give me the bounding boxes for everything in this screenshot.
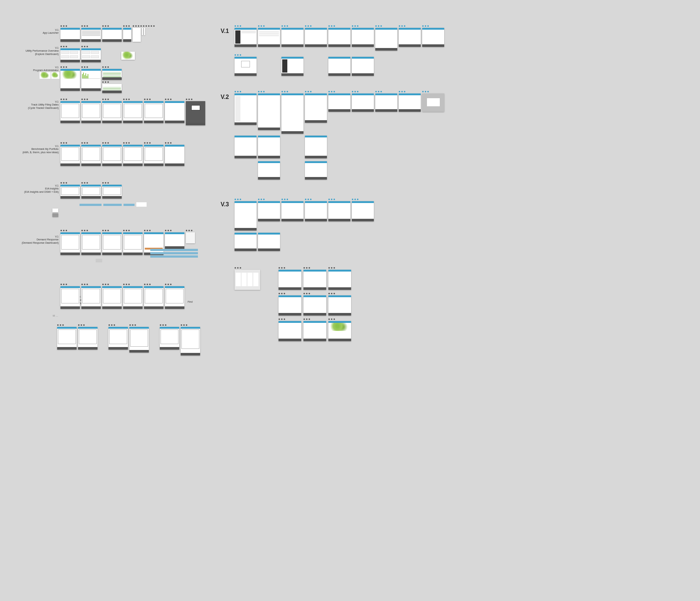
thumb-upo-2[interactable] xyxy=(81,48,101,62)
thumb-eia-small-2[interactable] xyxy=(52,213,58,217)
thumb-r1-9[interactable] xyxy=(422,28,444,47)
thumb-r3b-2[interactable] xyxy=(258,233,280,251)
thumb-doc-4[interactable] xyxy=(123,286,143,309)
thumb-rg-3[interactable] xyxy=(328,270,351,290)
thumb-r1-7[interactable] xyxy=(375,28,397,51)
thumb-b-2[interactable] xyxy=(78,327,97,350)
thumb-app-launcher-3[interactable] xyxy=(102,28,122,42)
thumb-doc-5[interactable] xyxy=(144,286,163,309)
thumb-dr-6[interactable] xyxy=(165,232,184,249)
thumb-dr-5[interactable] xyxy=(144,232,163,255)
thumb-rg-4[interactable] xyxy=(279,295,301,316)
thumb-b-5[interactable] xyxy=(160,327,179,350)
thumb-b-4[interactable] xyxy=(129,327,149,353)
thumb-ct-7[interactable] xyxy=(186,101,205,125)
thumb-pa-map-b[interactable] xyxy=(51,72,59,79)
thumb-r2-1[interactable] xyxy=(235,93,257,125)
thumb-r2b-2[interactable] xyxy=(258,136,280,158)
thumb-r2-5[interactable] xyxy=(328,93,350,112)
thumb-r1b-1[interactable] xyxy=(235,57,257,76)
thumb-bm-4[interactable] xyxy=(123,145,143,166)
thumb-ct-1[interactable] xyxy=(60,101,80,123)
thumb-eia-frag-1[interactable] xyxy=(66,203,78,207)
thumb-r3-1[interactable] xyxy=(235,201,257,231)
thumb-dr-4[interactable] xyxy=(123,232,143,255)
thumb-r1b-4[interactable] xyxy=(352,57,374,76)
thumb-r1-6[interactable] xyxy=(352,28,374,47)
thumb-app-launcher-4[interactable] xyxy=(123,28,131,42)
thumb-r1-2[interactable] xyxy=(258,28,280,47)
thumb-b-1[interactable] xyxy=(57,327,77,350)
thumb-app-launcher-5[interactable] xyxy=(133,28,141,42)
thumb-pa-map-a[interactable] xyxy=(40,72,51,79)
thumb-pa-3[interactable] xyxy=(102,69,122,80)
thumb-rg-1[interactable] xyxy=(279,270,301,290)
thumb-r3-6[interactable] xyxy=(352,201,374,221)
thumb-r3-3[interactable] xyxy=(281,201,303,221)
thumb-b-3[interactable] xyxy=(108,327,128,350)
thumb-bm-2[interactable] xyxy=(81,145,101,166)
thumb-eia-1[interactable] xyxy=(60,185,80,199)
thumb-app-launcher-1[interactable] xyxy=(60,28,80,42)
thumb-r2-9[interactable] xyxy=(422,93,444,112)
thumb-r1-3[interactable] xyxy=(281,28,303,47)
thumb-doc-2[interactable] xyxy=(81,286,101,309)
thumb-eia-2[interactable] xyxy=(81,185,101,199)
thumb-ct-4[interactable] xyxy=(123,101,143,123)
thumb-r1-5[interactable] xyxy=(328,28,350,47)
thumb-dr-tiny[interactable] xyxy=(96,259,102,262)
thumb-bm-6[interactable] xyxy=(165,145,184,166)
thumb-r2-7[interactable] xyxy=(375,93,397,112)
thumb-ct-6[interactable] xyxy=(165,101,184,123)
thumb-doc-6[interactable] xyxy=(165,286,184,309)
thumb-eia-frag-2[interactable] xyxy=(136,202,147,207)
thumb-rg-6[interactable] xyxy=(328,295,351,316)
thumb-doc-3[interactable] xyxy=(102,286,122,309)
thumb-upo-1[interactable] xyxy=(60,48,80,62)
thumb-dr-3[interactable] xyxy=(102,232,122,255)
thumb-app-launcher-6[interactable] xyxy=(142,28,143,35)
thumb-r2b-1[interactable] xyxy=(235,136,257,158)
thumb-r1-4[interactable] xyxy=(305,28,327,47)
design-canvas[interactable]: V.1App Launcher V.1Utility Performance O… xyxy=(0,0,700,601)
thumb-doc-1[interactable] xyxy=(60,286,80,309)
thumb-eia-3[interactable] xyxy=(102,185,122,199)
thumb-b-6[interactable] xyxy=(181,327,200,355)
thumb-ct-2[interactable] xyxy=(81,101,101,123)
thumb-r3b-1[interactable] xyxy=(235,233,257,251)
thumb-r3-4[interactable] xyxy=(305,201,327,221)
thumb-r2c-2[interactable] xyxy=(305,161,327,180)
thumb-r3-2[interactable] xyxy=(258,201,280,221)
thumb-dr-7[interactable] xyxy=(186,232,195,243)
thumb-bm-5[interactable] xyxy=(144,145,163,166)
thumb-r1-8[interactable] xyxy=(399,28,421,47)
thumb-r2-3[interactable] xyxy=(281,93,303,134)
thumb-pa-4[interactable] xyxy=(102,84,122,93)
thumb-r1b-2[interactable] xyxy=(281,57,303,76)
thumb-r2-4[interactable] xyxy=(305,93,327,123)
thumb-rg-0[interactable] xyxy=(235,270,260,290)
thumb-rg-9[interactable] xyxy=(328,321,351,341)
thumb-dr-1[interactable] xyxy=(60,232,80,255)
thumb-ct-3[interactable] xyxy=(102,101,122,123)
thumb-r1b-3[interactable] xyxy=(328,57,350,76)
thumb-r2b-3[interactable] xyxy=(305,136,327,158)
thumb-r2c-1[interactable] xyxy=(258,161,280,180)
thumb-app-launcher-7[interactable] xyxy=(144,28,145,35)
thumb-r2-8[interactable] xyxy=(399,93,421,112)
thumb-ct-5[interactable] xyxy=(144,101,163,123)
thumb-r2-6[interactable] xyxy=(352,93,374,112)
thumb-pa-2[interactable] xyxy=(81,69,101,91)
thumb-eia-small-1[interactable] xyxy=(52,209,58,212)
thumb-upo-map[interactable] xyxy=(121,52,135,60)
thumb-app-launcher-2[interactable] xyxy=(81,28,101,42)
thumb-bm-1[interactable] xyxy=(60,145,80,166)
thumb-rg-5[interactable] xyxy=(303,295,326,316)
thumb-pa-1[interactable] xyxy=(60,69,80,91)
thumb-r1-1[interactable] xyxy=(235,28,257,47)
thumb-rg-8[interactable] xyxy=(303,321,326,341)
thumb-r2-2[interactable] xyxy=(258,93,280,130)
thumb-r3-5[interactable] xyxy=(328,201,350,221)
thumb-rg-2[interactable] xyxy=(303,270,326,290)
thumb-rg-7[interactable] xyxy=(279,321,301,341)
